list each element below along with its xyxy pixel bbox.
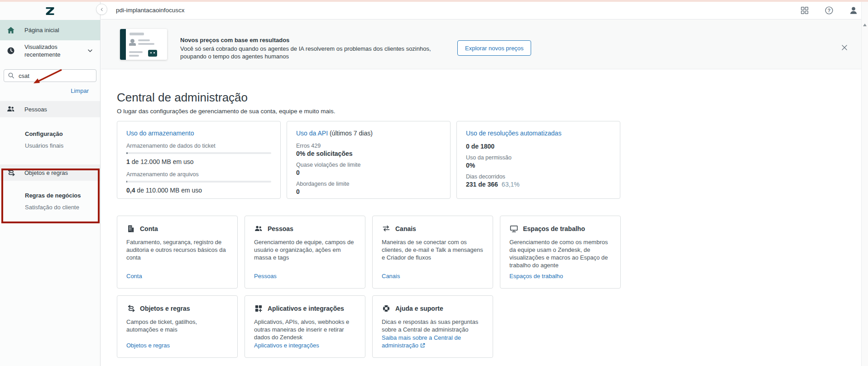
pricing-banner: Novos preços com base em resultados Você… [101, 19, 861, 69]
card-title: Conta [140, 225, 158, 232]
illustration-bar [120, 29, 126, 60]
stat-value: 0% de solicitações [296, 150, 441, 157]
sidebar-item-objetos-e-regras[interactable]: Objetos e regras [0, 164, 100, 181]
conta-link[interactable]: Conta [126, 272, 228, 280]
ajuda-e-suporte-card: Ajuda e suporte Dicas e respostas às sua… [372, 295, 493, 358]
main-content: Novos preços com base em resultados Você… [101, 19, 861, 366]
rules-icon [126, 304, 135, 313]
people-icon [254, 224, 263, 233]
admin-center-content: Central de administração O lugar das con… [101, 91, 861, 358]
chevron-down-icon[interactable] [86, 47, 94, 54]
search-icon [7, 72, 15, 80]
pessoas-link[interactable]: Pessoas [254, 272, 356, 280]
bar-value: 1 de 12.000 MB em uso [126, 158, 271, 165]
result-item-usuarios-finais[interactable]: Usuários finais [25, 142, 100, 150]
card-title: Ajuda e suporte [395, 305, 443, 312]
stat-value: 0 [296, 188, 441, 195]
external-link-icon [420, 342, 426, 348]
sidebar-item-visualizados-recentemente[interactable]: Visualizados recentemente [0, 40, 100, 61]
logo-row [0, 2, 100, 20]
automated-resolutions-link[interactable]: Uso de resoluções automatizadas [466, 130, 561, 137]
sidebar-item-label: Pessoas [24, 106, 47, 113]
sidebar-item-label: Visualizados recentemente [24, 43, 75, 58]
person-icon [130, 39, 134, 43]
page-title: Central de administração [117, 91, 861, 104]
sidebar-item-pessoas[interactable]: Pessoas [0, 101, 100, 117]
result-group-header: Configuração [25, 130, 100, 138]
profile-icon[interactable] [849, 5, 858, 15]
bar-label: Armazenamento de dados do ticket [126, 143, 271, 149]
stat-label: Uso da permissão [466, 154, 611, 161]
account-name: pdi-implantacaoinfocuscx [116, 2, 185, 19]
aplicativos-e-integracoes-link[interactable]: Aplicativos e integrações [254, 342, 356, 349]
ticket-data-progress-bar [126, 152, 271, 154]
placeholder-line [129, 33, 144, 35]
objetos-e-regras-link[interactable]: Objetos e regras [126, 342, 228, 349]
sidebar-item-pagina-inicial[interactable]: Página inicial [0, 20, 100, 40]
banner-illustration [120, 29, 167, 60]
chevron-left-icon [99, 7, 105, 12]
category-row-1: Conta Faturamento, segurança, registro d… [117, 216, 861, 289]
card-body: Dicas e respostas às suas perguntas sobr… [382, 318, 484, 333]
card-title: Pessoas [268, 225, 293, 232]
card-body: Gerenciamento de equipe, campos de usuár… [254, 238, 356, 261]
products-grid-icon[interactable] [800, 5, 810, 15]
stat-value: 0% [466, 162, 611, 169]
card-body: Faturamento, segurança, registro de audi… [126, 238, 228, 261]
topbar-icons: ? [800, 2, 858, 19]
people-icon [6, 105, 15, 114]
conta-card: Conta Faturamento, segurança, registro d… [117, 216, 238, 289]
stat-label: Abordagens de limite [296, 181, 441, 187]
sidebar-item-label: Objetos e regras [24, 169, 68, 177]
placeholder-line [129, 55, 139, 57]
topbar: pdi-implantacaoinfocuscx ? [101, 2, 861, 19]
banner-text: Novos preços com base em resultados Você… [180, 37, 433, 60]
stat-label: Erros 429 [296, 143, 441, 149]
search-input[interactable] [4, 69, 96, 82]
person-icon [129, 43, 136, 46]
explore-new-prices-button[interactable]: Explorar novos preços [457, 40, 531, 56]
banner-body: Você só será cobrado quando os agentes d… [180, 45, 433, 60]
close-icon[interactable] [841, 44, 848, 51]
card-body: Campos de ticket, gatilhos, automações e… [126, 318, 228, 333]
espacos-de-trabalho-link[interactable]: Espaços de trabalho [509, 272, 611, 280]
bar-label: Armazenamento de arquivos [126, 171, 271, 178]
placeholder-line [138, 43, 154, 45]
saiba-mais-link[interactable]: Saiba mais sobre a Central de administra… [382, 334, 484, 349]
stat-label: Dias decorridos [466, 173, 611, 180]
api-usage-link[interactable]: Uso da API [296, 130, 328, 137]
espacos-de-trabalho-card: Espaços de trabalho Gerenciamento de com… [500, 216, 621, 289]
result-item-satisfacao-do-cliente[interactable]: Satisfação do cliente [25, 203, 100, 212]
monitor-icon [509, 224, 518, 233]
building-icon [126, 224, 135, 233]
aplicativos-e-integracoes-card: Aplicativos e integrações Aplicativos, A… [245, 295, 365, 358]
canais-card: Canais Maneiras de se conectar com os cl… [372, 216, 493, 289]
sidebar: Página inicial Visualizados recentemente… [0, 2, 101, 366]
lifesaver-icon [382, 304, 391, 313]
home-icon [6, 26, 15, 35]
placeholder-line [129, 51, 143, 53]
collapse-sidebar-button[interactable] [96, 4, 107, 15]
apps-blocks-icon [254, 304, 263, 313]
scroll-up-arrow-icon[interactable] [863, 24, 867, 26]
canais-link[interactable]: Canais [382, 272, 484, 280]
automated-resolutions-card: Uso de resoluções automatizadas 0 de 180… [456, 121, 620, 199]
category-row-2: Objetos e regras Campos de ticket, gatil… [117, 295, 861, 358]
pessoas-card: Pessoas Gerenciamento de equipe, campos … [245, 216, 365, 289]
sidebar-item-label: Página inicial [24, 26, 59, 34]
clear-search-link[interactable]: Limpar [71, 87, 89, 94]
clear-row: Limpar [0, 87, 100, 94]
card-body: Aplicativos, APIs, alvos, webhooks e out… [254, 318, 356, 341]
vertical-scrollbar[interactable] [861, 2, 868, 366]
channels-arrows-icon [382, 224, 391, 233]
card-title: Aplicativos e integrações [268, 305, 344, 312]
card-title: Espaços de trabalho [523, 225, 585, 232]
page-subtitle: O lugar das configurações de gerenciamen… [117, 108, 861, 115]
help-icon[interactable]: ? [824, 5, 834, 15]
card-title: Canais [395, 225, 416, 232]
api-usage-card: Uso da API (últimos 7 dias) Erros 429 0%… [287, 121, 451, 199]
svg-text:?: ? [828, 8, 830, 13]
storage-usage-link[interactable]: Uso do armazenamento [126, 130, 194, 137]
bar-value: 0,4 de 110.000 MB em uso [126, 187, 271, 194]
result-group-header: Regras de negócios [25, 192, 100, 200]
